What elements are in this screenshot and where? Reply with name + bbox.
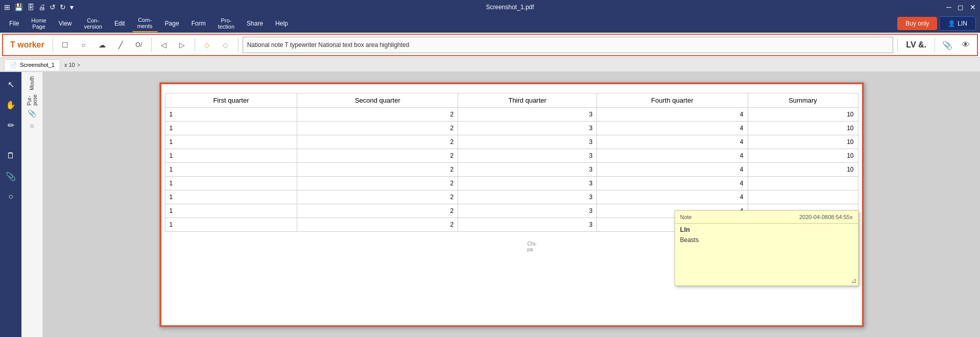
minimize-btn[interactable]: ─: [946, 3, 951, 11]
menu-protection[interactable]: Pro-tection: [213, 15, 240, 32]
title-bar-left-icons: ⊞ 💾 🗄 🖨 ↺ ↻ ▾: [4, 3, 74, 11]
lv-button[interactable]: LV &.: [902, 40, 930, 50]
redo-icon[interactable]: ↻: [60, 3, 66, 11]
zoom-level: x 10: [60, 62, 75, 68]
restore-btn[interactable]: ◻: [958, 3, 964, 11]
purpose-label: Pur-pose: [27, 94, 38, 106]
close-btn[interactable]: ✕: [970, 3, 976, 11]
save-copy-icon[interactable]: 🗄: [27, 3, 34, 11]
ellipse-tool[interactable]: ○: [76, 37, 92, 53]
separator-4: [238, 38, 238, 52]
page-thumb-btn[interactable]: 🗒: [2, 147, 20, 165]
note-body[interactable]: Beasts: [675, 234, 858, 285]
menu-edit[interactable]: Edit: [109, 18, 130, 29]
highlight-tool[interactable]: ◇: [199, 37, 216, 53]
panel-paperclip-icon[interactable]: 📎: [28, 109, 36, 117]
menu-page[interactable]: Page: [160, 18, 184, 29]
buy-only-button[interactable]: Buy only: [897, 17, 937, 30]
line-tool[interactable]: ╱: [112, 37, 129, 53]
expand-icon[interactable]: >: [77, 62, 80, 68]
content-area: First quarter Second quarter Third quart…: [43, 72, 980, 337]
note-header: Note 2020-04-0808:54:55x: [675, 211, 858, 224]
note-body-text: Beasts: [680, 236, 699, 244]
menu-form[interactable]: Form: [186, 18, 211, 29]
table-row: 123410: [165, 149, 858, 163]
note-author: LIn: [675, 224, 858, 234]
menu-conversion[interactable]: Con-version: [79, 15, 107, 32]
mouth-label: Mouth: [29, 76, 35, 90]
menu-file[interactable]: File: [4, 18, 24, 29]
dropdown-icon[interactable]: ▾: [70, 3, 74, 11]
note-resize-handle[interactable]: ⊿: [851, 276, 857, 284]
user-icon: 👤: [948, 20, 955, 27]
main-area: ↖ ✋ ✏ 🗒 📎 ○ Mouth Pur-pose 📎 ○ First qua…: [0, 72, 980, 337]
rectangle-tool[interactable]: ☐: [57, 37, 74, 53]
annotation-toolbar: T worker ☐ ○ ☁ ╱ O/ ◁ ▷ ◇ ◇ National not…: [2, 34, 978, 56]
separator-5: [897, 38, 898, 52]
menu-bar: File HomePage View Con-version Edit Com-…: [0, 14, 980, 33]
col-header-q3: Third quarter: [458, 93, 597, 108]
left-sidebar: ↖ ✋ ✏ 🗒 📎 ○: [0, 72, 21, 337]
left-panel: Mouth Pur-pose 📎 ○: [21, 72, 43, 337]
table-row: 123410: [165, 108, 858, 122]
tab-label: Screenshot_1: [20, 62, 55, 68]
hand-tool-btn[interactable]: ✋: [2, 95, 20, 114]
menu-comments[interactable]: Com-ments: [132, 15, 158, 32]
next-shape[interactable]: ▷: [174, 37, 190, 53]
app-icon: ⊞: [4, 3, 10, 11]
panel-circle-icon[interactable]: ○: [30, 122, 34, 130]
note-popup: Note 2020-04-0808:54:55x LIn Beasts ⊿: [675, 210, 858, 286]
eye-hide-icon[interactable]: 👁: [958, 37, 974, 53]
separator-3: [195, 38, 195, 52]
note-label: Note: [680, 214, 692, 220]
undo-icon[interactable]: ↺: [50, 3, 56, 11]
separator-6: [935, 38, 935, 52]
shapes-btn[interactable]: ○: [2, 187, 20, 206]
menu-share[interactable]: Share: [242, 18, 268, 29]
table-row: 123410: [165, 163, 858, 177]
menu-home-page[interactable]: HomePage: [26, 15, 51, 32]
note-timestamp: 2020-04-0808:54:55x: [799, 214, 853, 220]
prev-shape[interactable]: ◁: [156, 37, 172, 53]
text-tool-label[interactable]: T worker: [6, 40, 49, 50]
table-row: 123410: [165, 135, 858, 149]
menu-view[interactable]: View: [54, 18, 77, 29]
col-header-q2: Second quarter: [297, 93, 458, 108]
lin-button[interactable]: 👤 LIN: [939, 16, 976, 31]
paperclip-icon[interactable]: 📎: [939, 37, 955, 53]
erase-tool[interactable]: ◇: [218, 37, 234, 53]
markup-tool-btn[interactable]: ✏: [2, 116, 20, 134]
tab-screenshot1[interactable]: 📄 Screenshot_1: [4, 59, 60, 70]
title-bar: ⊞ 💾 🗄 🖨 ↺ ↻ ▾ Screenshot_1.pdf ─ ◻ ✕: [0, 0, 980, 14]
save-icon[interactable]: 💾: [14, 3, 23, 11]
cloud-tool[interactable]: ☁: [94, 37, 110, 53]
tab-bar: 📄 Screenshot_1 x 10 >: [0, 58, 980, 72]
col-header-sum: Summary: [748, 93, 858, 108]
menu-help[interactable]: Help: [270, 18, 293, 29]
chi-pa-annotation: Chi-pa: [528, 241, 537, 252]
table-row: 1234: [165, 190, 858, 204]
separator-2: [151, 38, 152, 52]
table-row: 1234: [165, 177, 858, 190]
table-row: 123410: [165, 122, 858, 135]
separator-1: [53, 38, 53, 52]
annotation-text-area[interactable]: National note T typewriter National text…: [243, 37, 894, 53]
pdf-document: First quarter Second quarter Third quart…: [159, 82, 864, 327]
tab-doc-icon: 📄: [10, 62, 17, 68]
window-controls: ─ ◻ ✕: [946, 3, 976, 11]
window-title: Screenshot_1.pdf: [74, 4, 946, 11]
attachment-btn[interactable]: 📎: [2, 167, 20, 185]
print-icon[interactable]: 🖨: [38, 3, 45, 11]
col-header-q1: First quarter: [165, 93, 297, 108]
cursor-tool-btn[interactable]: ↖: [2, 75, 20, 93]
typewriter-tool[interactable]: O/: [131, 37, 147, 53]
col-header-q4: Fourth quarter: [597, 93, 748, 108]
